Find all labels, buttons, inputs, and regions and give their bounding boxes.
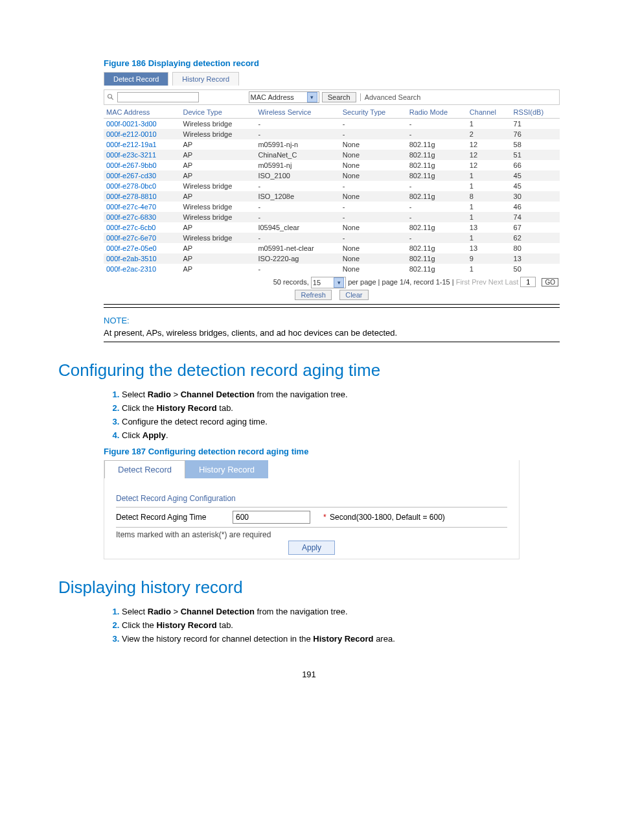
pager-last[interactable]: Last (505, 278, 519, 286)
cell-channel: 1 (467, 202, 511, 212)
pager-prev[interactable]: Prev (472, 278, 486, 286)
cell-security-type: None (340, 191, 407, 202)
detect-record-table: MAC Address Device Type Wireless Service… (104, 106, 560, 274)
mac-link[interactable]: 000f-e23c-3211 (106, 151, 156, 159)
go-button[interactable]: GO (542, 278, 558, 286)
mac-link[interactable]: 000f-e278-0bc0 (106, 182, 156, 190)
cell-radio-mode: 802.11g (407, 253, 467, 264)
cell-device-type: AP (181, 264, 256, 274)
cell-security-type: - (340, 181, 407, 191)
detect-record-panel: Detect Record History Record MAC Address… (104, 72, 560, 305)
pager-first[interactable]: First (456, 278, 470, 286)
step-item: Select Radio > Channel Detection from th… (122, 607, 560, 616)
col-channel[interactable]: Channel (467, 106, 511, 119)
cell-device-type: Wireless bridge (181, 129, 256, 139)
cell-device-type: Wireless bridge (181, 233, 256, 243)
heading-displaying-history: Displaying history record (58, 578, 560, 598)
table-row: 000f-e267-cd30APISO_2100None802.11g145 (104, 170, 560, 181)
col-mac[interactable]: MAC Address (104, 106, 181, 119)
mac-link[interactable]: 000f-e27c-6830 (106, 213, 156, 221)
mac-link[interactable]: 000f-e2ab-3510 (106, 255, 157, 262)
cell-radio-mode: 802.11g (407, 243, 467, 253)
cell-security-type: None (340, 160, 407, 170)
cell-radio-mode: 802.11g (407, 150, 467, 160)
page-number: 191 (58, 670, 560, 679)
cell-radio-mode: 802.11g (407, 160, 467, 170)
advanced-search-link[interactable]: Advanced Search (360, 93, 421, 101)
cell-radio-mode: - (407, 233, 467, 243)
cell-channel: 13 (467, 243, 511, 253)
cell-security-type: - (340, 129, 407, 139)
cell-device-type: AP (181, 253, 256, 264)
mac-link[interactable]: 000f-e212-0010 (106, 130, 157, 138)
tab2-detect-record[interactable]: Detect Record (104, 460, 185, 478)
mac-link[interactable]: 000f-e27c-6e70 (106, 234, 156, 242)
step-item: View the history record for channel dete… (122, 634, 560, 644)
separator (104, 307, 560, 308)
cell-radio-mode: - (407, 119, 467, 130)
cell-security-type: None (340, 243, 407, 253)
cell-channel: 12 (467, 139, 511, 150)
cell-radio-mode: - (407, 212, 467, 222)
cell-wireless-service: - (255, 202, 339, 212)
mac-link[interactable]: 000f-e212-19a1 (106, 141, 157, 148)
cell-channel: 1 (467, 212, 511, 222)
col-security-type[interactable]: Security Type (340, 106, 407, 119)
apply-button[interactable]: Apply (288, 541, 335, 555)
refresh-button[interactable]: Refresh (295, 290, 332, 300)
page-number-input[interactable] (520, 277, 536, 287)
cell-radio-mode: 802.11g (407, 170, 467, 181)
mac-link[interactable]: 000f-e27c-6cb0 (106, 224, 155, 231)
col-rssi[interactable]: RSSI(dB) (511, 106, 560, 119)
cell-channel: 9 (467, 253, 511, 264)
mac-link[interactable]: 000f-e267-cd30 (106, 172, 156, 180)
cell-radio-mode: 802.11g (407, 222, 467, 233)
cell-device-type: AP (181, 222, 256, 233)
cell-rssi: 62 (511, 233, 560, 243)
cell-wireless-service: - (255, 264, 339, 274)
table-row: 000f-e278-8810APISO_1208eNone802.11g830 (104, 191, 560, 202)
tab-history-record[interactable]: History Record (172, 72, 239, 86)
tab2-history-record[interactable]: History Record (185, 460, 268, 478)
step-item: Click Apply. (122, 430, 560, 440)
mac-link[interactable]: 000f-e278-8810 (106, 192, 157, 200)
col-device-type[interactable]: Device Type (181, 106, 256, 119)
search-button[interactable]: Search (322, 92, 356, 102)
cell-security-type: - (340, 233, 407, 243)
separator (104, 342, 560, 342)
table-row: 000f-e27e-05e0APm05991-net-clearNone802.… (104, 243, 560, 253)
mac-link[interactable]: 000f-e2ac-2310 (106, 265, 156, 273)
step-item: Configure the detect record aging time. (122, 417, 560, 426)
table-row: 000f-e267-9bb0APm05991-njNone802.11g1266 (104, 160, 560, 170)
required-asterisk: * (323, 513, 326, 522)
search-input[interactable] (117, 92, 199, 102)
tab-detect-record[interactable]: Detect Record (104, 72, 168, 86)
mac-link[interactable]: 000f-e27c-4e70 (106, 203, 156, 211)
table-row: 000f-e27c-6830Wireless bridge---174 (104, 212, 560, 222)
cell-device-type: AP (181, 150, 256, 160)
cell-radio-mode: 802.11g (407, 264, 467, 274)
col-wireless-service[interactable]: Wireless Service (255, 106, 339, 119)
page-size-select[interactable]: 15 ▾ (311, 277, 346, 288)
step-item: Click the History Record tab. (122, 403, 560, 413)
aging-time-input[interactable] (233, 511, 310, 524)
cell-radio-mode: - (407, 202, 467, 212)
step-item: Select Radio > Channel Detection from th… (122, 390, 560, 399)
col-radio-mode[interactable]: Radio Mode (407, 106, 467, 119)
search-field-value: MAC Address (251, 93, 294, 101)
cell-channel: 1 (467, 170, 511, 181)
cell-security-type: None (340, 150, 407, 160)
mac-link[interactable]: 000f-e27e-05e0 (106, 244, 157, 252)
config-section-title: Detect Record Aging Configuration (116, 494, 507, 503)
clear-button[interactable]: Clear (339, 290, 368, 300)
cell-channel: 12 (467, 160, 511, 170)
pager-next[interactable]: Next (488, 278, 503, 286)
cell-device-type: Wireless bridge (181, 202, 256, 212)
mac-link[interactable]: 000f-e267-9bb0 (106, 161, 157, 169)
search-field-select[interactable]: MAC Address ▾ (249, 91, 319, 103)
cell-device-type: Wireless bridge (181, 119, 256, 130)
step-item: Click the History Record tab. (122, 620, 560, 630)
cell-radio-mode: - (407, 181, 467, 191)
mac-link[interactable]: 000f-0021-3d00 (106, 120, 157, 128)
pager-total: 50 records, (273, 278, 309, 286)
